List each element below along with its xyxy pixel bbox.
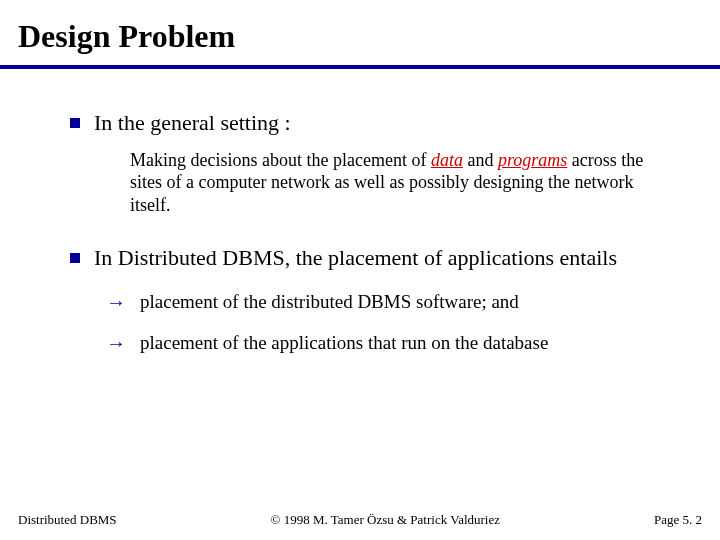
slide: Design Problem In the general setting : … [0, 0, 720, 540]
arrow-text: placement of the applications that run o… [140, 331, 548, 355]
footer-center: © 1998 M. Tamer Özsu & Patrick Valduriez [271, 512, 500, 528]
footer-left: Distributed DBMS [18, 512, 117, 528]
arrow-icon: → [106, 292, 126, 312]
subtext-part: and [463, 150, 498, 170]
footer: Distributed DBMS © 1998 M. Tamer Özsu & … [0, 512, 720, 528]
bullet-item: In Distributed DBMS, the placement of ap… [70, 244, 680, 272]
arrow-item: → placement of the applications that run… [106, 331, 680, 355]
slide-title: Design Problem [0, 0, 720, 55]
arrow-icon: → [106, 333, 126, 353]
square-bullet-icon [70, 253, 80, 263]
emphasis-programs: programs [498, 150, 567, 170]
arrow-text: placement of the distributed DBMS softwa… [140, 290, 519, 314]
arrow-item: → placement of the distributed DBMS soft… [106, 290, 680, 314]
square-bullet-icon [70, 118, 80, 128]
bullet-subtext: Making decisions about the placement of … [130, 149, 670, 217]
subtext-part: Making decisions about the placement of [130, 150, 431, 170]
footer-right: Page 5. 2 [654, 512, 702, 528]
bullet-text: In Distributed DBMS, the placement of ap… [94, 244, 617, 272]
bullet-item: In the general setting : [70, 109, 680, 137]
content-area: In the general setting : Making decision… [0, 69, 720, 355]
emphasis-data: data [431, 150, 463, 170]
bullet-text: In the general setting : [94, 109, 291, 137]
